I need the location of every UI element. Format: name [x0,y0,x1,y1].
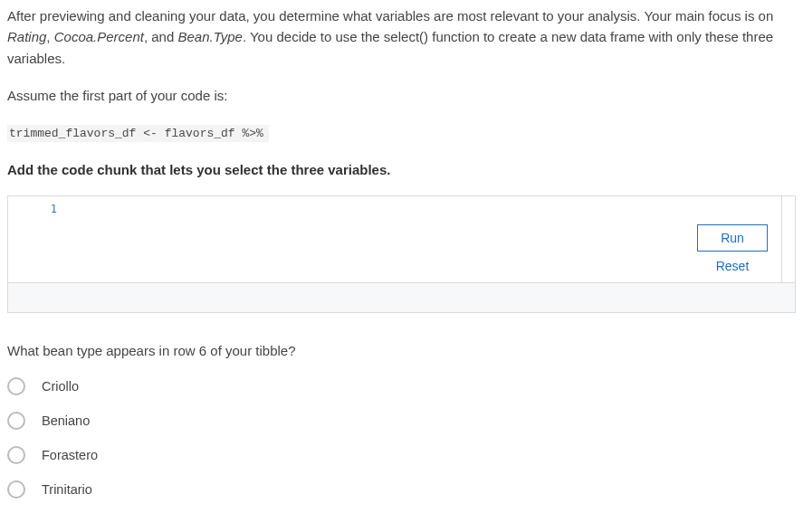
radio-icon [7,480,25,499]
question-text: What bean type appears in row 6 of your … [7,340,796,361]
reset-button[interactable]: Reset [716,259,750,273]
intro-text-part1: After previewing and cleaning your data,… [7,8,773,24]
intro-text-sep2: , and [144,29,178,44]
option-label: Beniano [42,413,90,428]
radio-icon [7,412,25,430]
line-number-1: 1 [8,201,57,217]
run-button[interactable]: Run [697,224,768,252]
option-label: Forastero [42,448,98,462]
radio-icon [7,446,25,464]
option-trinitario[interactable]: Trinitario [7,480,796,499]
radio-icon [7,377,25,395]
scrollbar-track[interactable] [781,196,795,282]
intro-emph-bean: Bean.Type [177,29,242,44]
code-widget: 1 Run Reset [7,195,796,313]
option-label: Trinitario [42,482,92,497]
option-forastero[interactable]: Forastero [7,446,796,464]
instruction-text: Add the code chunk that lets you select … [7,162,796,177]
code-editor-input[interactable] [64,196,684,282]
option-criollo[interactable]: Criollo [7,377,796,395]
intro-text-sep1: , [46,29,53,44]
intro-emph-cocoa: Cocoa.Percent [54,29,144,44]
intro-emph-rating: Rating [7,29,46,44]
option-label: Criollo [42,379,79,394]
intro-paragraph: After previewing and cleaning your data,… [7,5,796,69]
code-editor-gutter: 1 [8,196,64,282]
assume-text: Assume the first part of your code is: [7,85,796,106]
given-code-line: trimmed_flavors_df <- flavors_df %>% [7,124,796,140]
code-widget-status-bar [8,283,795,312]
option-beniano[interactable]: Beniano [7,412,796,430]
given-code: trimmed_flavors_df <- flavors_df %>% [7,125,269,142]
